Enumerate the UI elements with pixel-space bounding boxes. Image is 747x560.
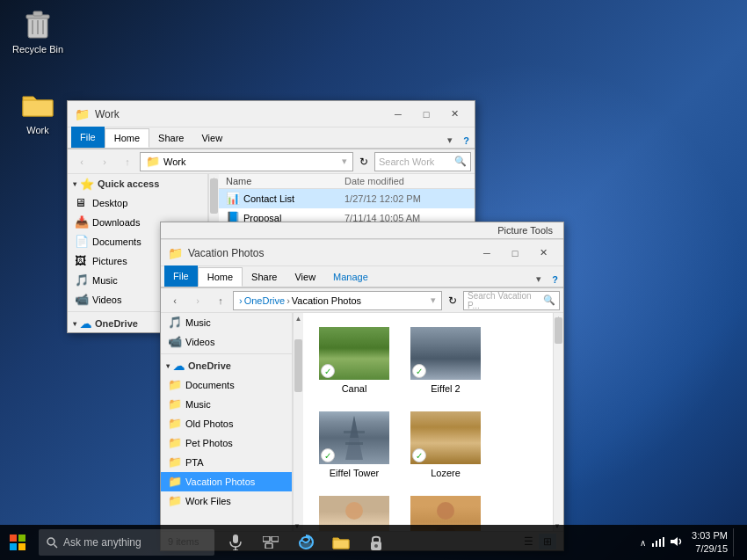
- vacation-tab-view[interactable]: View: [286, 267, 324, 287]
- taskbar-search-box[interactable]: Ask me anything: [39, 529, 214, 556]
- quickaccess-star-icon: ⭐: [80, 178, 94, 191]
- vacation-sidebar-petphotos[interactable]: 📁 Pet Photos: [161, 433, 292, 453]
- desktop-icon-small: 🖥: [75, 196, 89, 210]
- vacation-sidebar-music[interactable]: 🎵 Music: [161, 313, 292, 332]
- work-tab-home[interactable]: Home: [105, 128, 149, 148]
- vacation-content-scrollbar[interactable]: ▲ ▼: [553, 313, 563, 531]
- vacation-tab-home[interactable]: Home: [198, 267, 243, 287]
- vacation-scroll-thumb[interactable]: [294, 339, 302, 392]
- vacation-sidebar-scrollbar[interactable]: ▲ ▼: [293, 313, 303, 531]
- svg-point-12: [437, 502, 454, 520]
- photo-item-lozere[interactable]: ✓ Lozere: [402, 404, 490, 485]
- onedrive-arrow: ▾: [73, 320, 76, 328]
- recycle-bin-icon[interactable]: Recycle Bin: [7, 4, 69, 58]
- taskbar-mic-button[interactable]: [218, 525, 253, 560]
- sidebar-downloads-label: Downloads: [92, 217, 140, 228]
- work-refresh-button[interactable]: ↻: [355, 152, 373, 171]
- vacation-sidebar-pta[interactable]: 📁 PTA: [161, 453, 292, 472]
- vacation-search-box[interactable]: Search Vacation P... 🔍: [463, 291, 560, 310]
- vacation-sidebar-divider: [161, 353, 292, 354]
- vacation-tab-share[interactable]: Share: [243, 267, 286, 287]
- vacation-nav-back[interactable]: ‹: [164, 291, 185, 310]
- work-tab-view[interactable]: View: [192, 128, 231, 148]
- work-quickaccess-header[interactable]: ▾ ⭐ Quick access: [68, 174, 207, 193]
- vacation-tab-file[interactable]: File: [164, 265, 198, 287]
- canal-check-badge: ✓: [321, 364, 335, 378]
- taskbar-lock-button[interactable]: [359, 525, 394, 560]
- photo-item-canal[interactable]: ✓ Canal: [310, 320, 398, 401]
- work-help-button[interactable]: ?: [458, 134, 475, 148]
- work-expand-ribbon[interactable]: ▾: [442, 133, 458, 148]
- svg-rect-16: [18, 543, 25, 550]
- photo-item-eiffel-tower[interactable]: ✓ Eiffel Tower: [310, 404, 398, 485]
- photo-thumb-eiffel2: ✓: [410, 327, 481, 380]
- work-col-name: Name: [226, 176, 344, 186]
- taskbar-chevron-icon[interactable]: ∧: [640, 538, 646, 548]
- vacation-address-path[interactable]: › OneDrive › Vacation Photos ▾: [233, 291, 442, 310]
- vacation-content-scroll-thumb[interactable]: [555, 317, 562, 344]
- taskbar-clock[interactable]: 3:03 PM 7/29/15: [692, 529, 728, 556]
- vacation-sidebar-videos[interactable]: 📹 Videos: [161, 332, 292, 352]
- work-nav-forward[interactable]: ›: [94, 152, 115, 171]
- work-tab-file[interactable]: File: [71, 127, 105, 148]
- vacation-content: 🎵 Music 📹 Videos ▾ ☁ OneDrive 📁 Document…: [161, 313, 563, 531]
- work-minimize-button[interactable]: ─: [385, 105, 411, 123]
- work-folder-icon[interactable]: Work: [7, 84, 69, 139]
- vacation-nav-forward[interactable]: ›: [187, 291, 208, 310]
- vacation-breadcrumb-1[interactable]: OneDrive: [244, 295, 285, 306]
- svg-rect-10: [345, 442, 363, 445]
- taskbar-speaker-icon[interactable]: [669, 535, 683, 550]
- taskbar-task-view-button[interactable]: [253, 525, 288, 560]
- taskbar-network-icon[interactable]: [651, 536, 665, 549]
- vacation-sidebar-odrive-music[interactable]: 📁 Music: [161, 395, 292, 414]
- recycle-bin-image: [20, 7, 55, 42]
- vacation-sidebar-odrive-documents[interactable]: 📁 Documents: [161, 375, 292, 395]
- work-file-name-0: 📊 Contact List: [226, 192, 344, 206]
- vacation-search-icon[interactable]: 🔍: [543, 295, 555, 306]
- vacation-sidebar-oldphotos[interactable]: 📁 Old Photos: [161, 414, 292, 433]
- vacation-onedrive-header[interactable]: ▾ ☁ OneDrive: [161, 356, 292, 375]
- vacation-minimize-button[interactable]: ─: [474, 244, 500, 262]
- vacation-sidebar-workfiles[interactable]: 📁 Work Files: [161, 491, 292, 511]
- start-button[interactable]: [0, 525, 35, 560]
- work-maximize-button[interactable]: □: [413, 105, 439, 123]
- svg-rect-23: [272, 536, 279, 542]
- vacation-onedrive-arrow: ▾: [166, 362, 170, 370]
- vacation-scroll-up[interactable]: ▲: [294, 313, 303, 324]
- vacation-close-button[interactable]: ✕: [530, 244, 556, 262]
- sidebar-item-desktop[interactable]: 🖥 Desktop: [68, 193, 207, 213]
- vacation-help-button[interactable]: ?: [547, 273, 563, 287]
- vacation-addressbar: ‹ › ↑ › OneDrive › Vacation Photos ▾ ↻ S…: [161, 288, 563, 313]
- svg-rect-29: [656, 541, 657, 547]
- onedrive-label: OneDrive: [95, 318, 138, 329]
- work-file-row-0[interactable]: 📊 Contact List 1/27/12 12:02 PM: [219, 189, 475, 208]
- vacation-tab-manage[interactable]: Manage: [324, 267, 377, 287]
- work-address-path[interactable]: 📁 Work ▾: [140, 152, 353, 171]
- vacation-expand-ribbon[interactable]: ▾: [531, 272, 547, 287]
- music-icon-small: 🎵: [75, 273, 89, 287]
- work-search-icon[interactable]: 🔍: [454, 156, 467, 167]
- vacation-sidebar-vacation-photos[interactable]: 📁 Vacation Photos: [161, 472, 292, 491]
- work-scroll-thumb[interactable]: [210, 178, 218, 214]
- taskbar-edge-button[interactable]: [288, 525, 323, 560]
- taskbar-show-desktop-button[interactable]: [733, 528, 740, 556]
- photo-thumb-eiffel-tower: ✓: [319, 411, 389, 464]
- vacation-maximize-button[interactable]: □: [502, 244, 528, 262]
- work-file-list: Name Date modified 📊 Contact List 1/27/1…: [219, 174, 475, 228]
- vacation-odoc-icon: 📁: [168, 378, 182, 392]
- svg-rect-6: [23, 100, 53, 116]
- work-nav-back[interactable]: ‹: [71, 152, 92, 171]
- vacation-onedrive-icon: ☁: [173, 360, 185, 373]
- vacation-nav-up[interactable]: ↑: [210, 291, 231, 310]
- work-close-button[interactable]: ✕: [441, 105, 468, 123]
- work-search-box[interactable]: Search Work 🔍: [374, 152, 471, 171]
- vacation-refresh-button[interactable]: ↻: [444, 291, 461, 310]
- canal-label: Canal: [342, 383, 367, 394]
- speaker-svg-icon: [669, 535, 683, 548]
- taskbar-explorer-button[interactable]: [323, 525, 359, 560]
- photo-item-eiffel2[interactable]: ✓ Eiffel 2: [402, 320, 490, 401]
- svg-point-11: [345, 502, 363, 520]
- work-tab-share[interactable]: Share: [149, 128, 192, 148]
- vacation-pta-icon: 📁: [168, 455, 182, 469]
- work-nav-up[interactable]: ↑: [117, 152, 138, 171]
